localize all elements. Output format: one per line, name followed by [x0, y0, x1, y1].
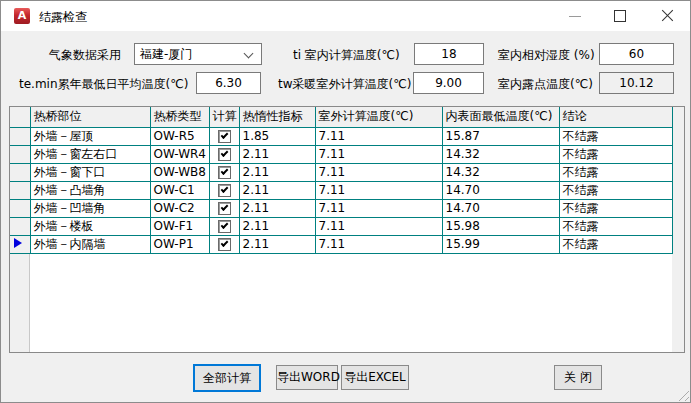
close-button[interactable] [644, 1, 690, 31]
calc-checkbox[interactable] [218, 220, 231, 233]
table-row[interactable]: 外墙－屋顶OW-R51.857.1115.87不结露 [10, 127, 672, 145]
cell-calc[interactable] [209, 163, 239, 181]
cell-result[interactable]: 不结露 [559, 145, 672, 163]
cell-calc[interactable] [209, 235, 239, 253]
bridge-table: 热桥部位热桥类型计算热惰性指标室外计算温度(℃)内表面最低温度(℃)结论 外墙－… [10, 107, 673, 254]
cell-min-surface-temp[interactable]: 15.98 [442, 217, 559, 235]
cell-bridge-type[interactable]: OW-C1 [150, 181, 209, 199]
column-header-1[interactable]: 热桥类型 [150, 107, 209, 127]
row-selector-cell[interactable] [10, 181, 30, 199]
cell-result[interactable]: 不结露 [559, 181, 672, 199]
column-header-2[interactable]: 计算 [209, 107, 239, 127]
cell-bridge-type[interactable]: OW-WR4 [150, 145, 209, 163]
column-header-5[interactable]: 内表面最低温度(℃) [442, 107, 559, 127]
cell-bridge-part[interactable]: 外墙－内隔墙 [30, 235, 150, 253]
cell-thermal-inertia[interactable]: 1.85 [239, 127, 315, 145]
column-header-4[interactable]: 室外计算温度(℃) [315, 107, 442, 127]
indoor-humidity-field[interactable]: 60 [599, 43, 674, 65]
cell-bridge-type[interactable]: OW-P1 [150, 235, 209, 253]
table-row[interactable]: 外墙－楼板OW-F12.117.1115.98不结露 [10, 217, 672, 235]
cell-thermal-inertia[interactable]: 2.11 [239, 163, 315, 181]
selected-row-arrow-icon [14, 238, 22, 248]
maximize-button[interactable] [598, 1, 644, 31]
export-excel-button[interactable]: 导出EXCEL [341, 365, 409, 390]
cell-bridge-part[interactable]: 外墙－窗左右口 [30, 145, 150, 163]
column-header-3[interactable]: 热惰性指标 [239, 107, 315, 127]
table-row[interactable]: 外墙－凸墙角OW-C12.117.1114.70不结露 [10, 181, 672, 199]
minimize-icon [569, 16, 581, 17]
cell-outdoor-temp[interactable]: 7.11 [315, 145, 442, 163]
calc-checkbox[interactable] [218, 184, 231, 197]
cell-result[interactable]: 不结露 [559, 235, 672, 253]
cell-bridge-type[interactable]: OW-F1 [150, 217, 209, 235]
cell-outdoor-temp[interactable]: 7.11 [315, 199, 442, 217]
cell-result[interactable]: 不结露 [559, 199, 672, 217]
row-selector-cell[interactable] [10, 163, 30, 181]
cell-calc[interactable] [209, 217, 239, 235]
cell-thermal-inertia[interactable]: 2.11 [239, 217, 315, 235]
column-header-0[interactable]: 热桥部位 [30, 107, 150, 127]
row-selector-cell[interactable] [10, 145, 30, 163]
calc-checkbox[interactable] [218, 202, 231, 215]
cell-result[interactable]: 不结露 [559, 163, 672, 181]
temin-field[interactable]: 6.30 [196, 72, 261, 94]
cell-min-surface-temp[interactable]: 14.70 [442, 181, 559, 199]
indoor-temp-field[interactable]: 18 [414, 43, 484, 65]
cell-min-surface-temp[interactable]: 14.32 [442, 145, 559, 163]
dew-point-field: 10.12 [599, 72, 674, 94]
weather-city-select[interactable]: 福建-厦门 [134, 43, 262, 65]
table-row[interactable]: 外墙－凹墙角OW-C22.117.1114.70不结露 [10, 199, 672, 217]
weather-data-label: 气象数据采用 [49, 47, 121, 64]
export-word-button[interactable]: 导出WORD [276, 365, 338, 390]
heating-outdoor-temp-field[interactable]: 9.00 [413, 72, 484, 94]
column-header-6[interactable]: 结论 [559, 107, 672, 127]
cell-outdoor-temp[interactable]: 7.11 [315, 127, 442, 145]
cell-min-surface-temp[interactable]: 15.99 [442, 235, 559, 253]
cell-outdoor-temp[interactable]: 7.11 [315, 235, 442, 253]
indoor-humidity-label: 室内相对湿度 (%) [498, 47, 595, 64]
cell-calc[interactable] [209, 181, 239, 199]
cell-calc[interactable] [209, 145, 239, 163]
cell-calc[interactable] [209, 127, 239, 145]
row-selector-cell[interactable] [10, 199, 30, 217]
checkmark-icon [220, 167, 228, 175]
row-selector-cell[interactable] [10, 217, 30, 235]
cell-thermal-inertia[interactable]: 2.11 [239, 199, 315, 217]
cell-result[interactable]: 不结露 [559, 217, 672, 235]
cell-bridge-type[interactable]: OW-C2 [150, 199, 209, 217]
calc-checkbox[interactable] [218, 130, 231, 143]
cell-outdoor-temp[interactable]: 7.11 [315, 217, 442, 235]
cell-min-surface-temp[interactable]: 14.70 [442, 199, 559, 217]
cell-outdoor-temp[interactable]: 7.11 [315, 163, 442, 181]
calculate-all-button[interactable]: 全部计算 [193, 364, 261, 392]
cell-min-surface-temp[interactable]: 15.87 [442, 127, 559, 145]
cell-bridge-type[interactable]: OW-R5 [150, 127, 209, 145]
close-dialog-button[interactable]: 关 闭 [554, 365, 602, 390]
calc-checkbox[interactable] [218, 238, 231, 251]
calc-checkbox[interactable] [218, 166, 231, 179]
calc-checkbox[interactable] [218, 148, 231, 161]
cell-thermal-inertia[interactable]: 2.11 [239, 181, 315, 199]
cell-bridge-part[interactable]: 外墙－窗下口 [30, 163, 150, 181]
cell-min-surface-temp[interactable]: 14.32 [442, 163, 559, 181]
table-row[interactable]: 外墙－窗下口OW-WB82.117.1114.32不结露 [10, 163, 672, 181]
header-gutter-cell [10, 107, 30, 127]
cell-thermal-inertia[interactable]: 2.11 [239, 145, 315, 163]
row-selector-cell[interactable] [10, 127, 30, 145]
table-header-row: 热桥部位热桥类型计算热惰性指标室外计算温度(℃)内表面最低温度(℃)结论 [10, 107, 672, 127]
cell-thermal-inertia[interactable]: 2.11 [239, 235, 315, 253]
minimize-button[interactable] [552, 1, 598, 31]
cell-bridge-part[interactable]: 外墙－屋顶 [30, 127, 150, 145]
table-row[interactable]: 外墙－内隔墙OW-P12.117.1115.99不结露 [10, 235, 672, 253]
cell-bridge-part[interactable]: 外墙－楼板 [30, 217, 150, 235]
cell-outdoor-temp[interactable]: 7.11 [315, 181, 442, 199]
cell-bridge-type[interactable]: OW-WB8 [150, 163, 209, 181]
resize-grip[interactable] [676, 388, 689, 401]
cell-bridge-part[interactable]: 外墙－凹墙角 [30, 199, 150, 217]
row-selector-cell[interactable] [10, 235, 30, 253]
cell-bridge-part[interactable]: 外墙－凸墙角 [30, 181, 150, 199]
cell-result[interactable]: 不结露 [559, 127, 672, 145]
table-row[interactable]: 外墙－窗左右口OW-WR42.117.1114.32不结露 [10, 145, 672, 163]
title-bar[interactable]: A 结露检查 [1, 1, 690, 31]
cell-calc[interactable] [209, 199, 239, 217]
